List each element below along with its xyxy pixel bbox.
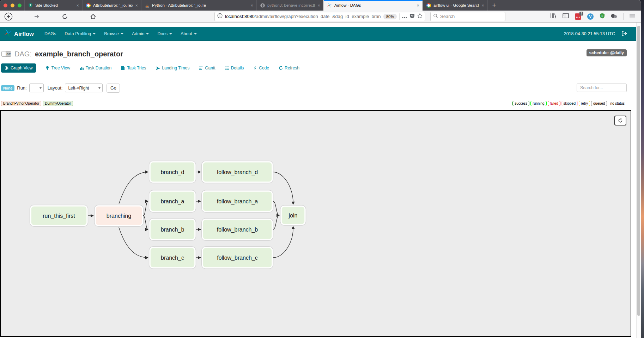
status-legend-badge: failed — [548, 101, 560, 106]
proxy-extension-icon[interactable] — [611, 13, 617, 20]
v-extension-icon[interactable]: V — [587, 13, 594, 20]
tab-close-icon[interactable]: × — [481, 3, 484, 8]
task-tries-icon — [121, 66, 125, 70]
tab-close-icon[interactable]: × — [250, 3, 253, 8]
view-tab-tree-view[interactable]: Tree View — [45, 66, 70, 70]
browser-search-bar[interactable] — [430, 12, 505, 21]
dag-edge — [273, 226, 293, 258]
airflow-navbar: Airflow DAGsData ProfilingBrowseAdminDoc… — [0, 27, 636, 41]
dag-node-branch_a[interactable]: branch_a — [150, 191, 195, 211]
pocket-icon[interactable] — [409, 13, 415, 20]
window-zoom-button[interactable] — [18, 4, 22, 7]
view-tab-landing-times[interactable]: Landing Times — [156, 66, 189, 70]
reload-icon[interactable] — [60, 12, 70, 21]
tab-close-icon[interactable]: × — [76, 3, 79, 8]
dag-node-branch_d[interactable]: branch_d — [150, 162, 195, 182]
view-tab-code[interactable]: Code — [253, 66, 269, 70]
dag-node-follow_branch_c[interactable]: follow_branch_c — [202, 247, 272, 268]
scrollbar-thumb[interactable] — [637, 26, 640, 316]
refresh-icon — [279, 66, 283, 70]
shield-extension-icon[interactable]: £ — [600, 13, 605, 20]
run-label: Run: — [17, 85, 26, 91]
dag-edge — [273, 201, 279, 215]
browser-tab[interactable]: Site Blocked× — [24, 0, 82, 11]
dag-node-branch_b[interactable]: branch_b — [150, 219, 195, 240]
status-legend: successrunningfailedskippedretryqueuedno… — [512, 101, 627, 106]
navbar-item-admin[interactable]: Admin — [128, 27, 153, 41]
layout-select[interactable]: Left->Right — [65, 84, 103, 92]
view-tab-gantt[interactable]: Gantt — [199, 66, 215, 70]
home-icon[interactable] — [88, 12, 98, 21]
tab-close-icon[interactable]: × — [417, 3, 419, 8]
dag-node-label: run_this_first — [43, 213, 75, 219]
new-tab-button[interactable]: + — [488, 0, 500, 11]
screen: Site Blocked×AttributeError: '_io.TextIO… — [0, 0, 644, 338]
url-domain: localhost:8080 — [225, 14, 255, 19]
svg-text:£: £ — [601, 14, 603, 17]
dag-node-follow_branch_a[interactable]: follow_branch_a — [202, 191, 272, 211]
url-bar[interactable]: localhost:8080/admin/airflow/graph?execu… — [214, 12, 425, 21]
window-close-button[interactable] — [4, 4, 7, 7]
navbar-item-about[interactable]: About — [176, 27, 201, 41]
navbar-menu: DAGsData ProfilingBrowseAdminDocsAbout — [40, 27, 201, 41]
browser-tab[interactable]: Airflow - DAGs× — [323, 0, 423, 11]
bookmark-star-icon[interactable] — [417, 13, 423, 20]
run-select[interactable] — [29, 84, 44, 92]
library-icon[interactable] — [550, 13, 557, 20]
navbar-item-data-profiling[interactable]: Data Profiling — [60, 27, 100, 41]
view-tab-task-duration[interactable]: Task Duration — [80, 66, 111, 70]
airflow-brand[interactable]: Airflow — [4, 29, 34, 39]
dag-node-follow_branch_b[interactable]: follow_branch_b — [202, 219, 272, 240]
browser-toolbar: localhost:8080/admin/airflow/graph?execu… — [0, 11, 641, 23]
operator-legend-badge: BranchPythonOperator — [1, 101, 41, 106]
tab-title: Python - AttributeError: '_io.Te — [152, 3, 248, 7]
dag-title: example_branch_operator — [35, 50, 123, 58]
page-actions-icon[interactable] — [402, 13, 407, 20]
navbar-item-docs[interactable]: Docs — [153, 27, 176, 41]
back-icon[interactable] — [4, 12, 13, 21]
dag-node-branch_c[interactable]: branch_c — [150, 247, 195, 268]
view-tab-graph-view[interactable]: Graph View — [1, 63, 36, 73]
dag-node-join[interactable]: join — [281, 206, 305, 225]
browser-tab[interactable]: airflow ui - Google Search× — [423, 0, 488, 11]
github-favicon — [260, 3, 265, 8]
url-text[interactable]: localhost:8080/admin/airflow/graph?execu… — [225, 14, 381, 19]
forward-icon[interactable] — [32, 12, 42, 21]
tab-close-icon[interactable]: × — [317, 3, 320, 8]
window-minimize-button[interactable] — [11, 4, 14, 7]
extension-badge: 1 — [579, 12, 583, 16]
status-legend-badge: retry — [579, 101, 590, 106]
graph-refresh-button[interactable] — [614, 116, 626, 125]
dag-node-run_this_first[interactable]: run_this_first — [31, 206, 87, 226]
view-tabs: Graph ViewTree ViewTask DurationTask Tri… — [0, 63, 299, 73]
adblock-extension-icon[interactable]: •••1 — [575, 13, 581, 20]
view-tab-details[interactable]: Details — [225, 66, 244, 70]
dag-pause-toggle[interactable]: Off — [1, 51, 11, 57]
tab-close-icon[interactable]: × — [135, 3, 138, 8]
navbar-item-browse[interactable]: Browse — [100, 27, 128, 41]
google-favicon — [86, 3, 91, 8]
view-tab-task-tries[interactable]: Task Tries — [121, 66, 146, 70]
base-date-badge: None — [1, 85, 14, 91]
dag-header: Off DAG: example_branch_operator schedul… — [0, 48, 636, 60]
info-icon[interactable] — [217, 13, 223, 20]
go-button[interactable]: Go — [107, 84, 120, 93]
task-search-input[interactable] — [577, 84, 627, 92]
hamburger-menu-icon[interactable] — [630, 13, 635, 20]
dag-node-follow_branch_d[interactable]: follow_branch_d — [202, 162, 272, 182]
browser-tab[interactable]: python3: behave incorrectly mo× — [256, 0, 323, 11]
zoom-level-badge[interactable]: 80% — [383, 14, 397, 19]
view-tab-refresh[interactable]: Refresh — [279, 66, 299, 70]
page-scrollbar[interactable] — [636, 23, 641, 338]
navbar-item-dags[interactable]: DAGs — [40, 27, 60, 41]
landing-times-icon — [156, 66, 160, 70]
status-legend-badge: success — [512, 101, 529, 106]
sidebar-toggle-icon[interactable] — [563, 13, 569, 20]
browser-tab[interactable]: Python - AttributeError: '_io.Te× — [141, 0, 256, 11]
navbar-right: 2018-04-30 21:55:13 UTC — [564, 31, 627, 37]
dag-title-prefix: DAG: — [14, 50, 32, 58]
logout-icon[interactable] — [621, 31, 627, 37]
dag-node-branching[interactable]: branching — [95, 206, 142, 226]
browser-tab[interactable]: AttributeError: '_io.TextIOWrapp× — [82, 0, 141, 11]
browser-search-input[interactable] — [440, 14, 503, 19]
